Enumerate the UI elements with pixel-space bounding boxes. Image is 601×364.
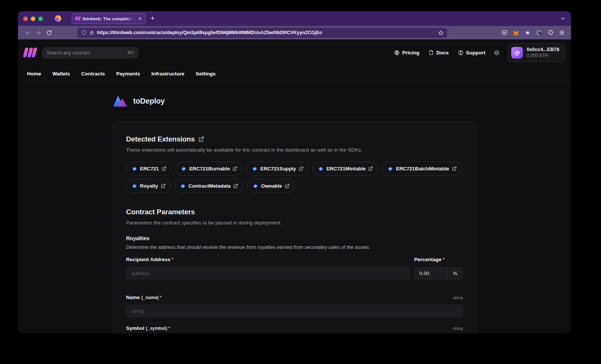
extension-badge[interactable]: Ownable [247,179,295,193]
extension-badges: ERC721 ERC721Burnable [126,162,463,193]
app-header: ⌘K Pricing Docs [18,39,571,66]
globe-icon [394,50,400,56]
pricing-link[interactable]: Pricing [394,50,420,56]
percentage-label: Percentage* [414,257,445,262]
royalties-label: Royalties [126,235,463,241]
external-link-icon[interactable] [368,166,373,171]
contract-mountain-icon [113,95,127,107]
parameters-description: Parameters the contract specifies to be … [126,220,463,226]
name-field-type: string [453,295,463,300]
extensions-puzzle-icon[interactable] [548,30,554,36]
metamask-icon[interactable] [513,30,519,36]
maximize-window-button[interactable] [38,17,43,21]
page-content: ⌘K Pricing Docs [18,39,571,333]
search-input[interactable] [42,47,138,58]
page-title: toDeploy [133,97,165,105]
tab-title: thirdweb: The complete web3 d [83,17,136,21]
external-link-icon[interactable] [198,136,204,142]
docs-link[interactable]: Docs [429,50,449,56]
tab-close-icon[interactable] [138,17,142,21]
minimize-window-button[interactable] [31,17,35,21]
main-nav: HomeWalletsContractsPaymentsInfrastructu… [18,66,571,82]
new-tab-button[interactable]: + [151,15,155,23]
external-link-icon[interactable] [233,166,237,171]
document-icon [429,50,434,55]
parameters-heading: Contract Parameters [126,208,463,216]
external-link-icon[interactable] [299,166,304,171]
window-controls [23,17,43,21]
nav-item[interactable]: Infrastructure [151,71,184,77]
symbol-field-type: string [453,326,463,331]
phantom-icon[interactable] [524,30,531,36]
extension-badge[interactable]: ContractMetadata [175,179,243,193]
search-shortcut: ⌘K [127,50,134,55]
percent-suffix: % [447,268,463,279]
verified-diamond-icon [181,166,187,172]
royalties-description: Determine the address that should receiv… [126,244,463,250]
nav-item[interactable]: Contracts [81,71,105,77]
nav-item[interactable]: Wallets [53,71,70,77]
verified-diamond-icon [252,183,258,189]
extension-badge[interactable]: ERC721Burnable [175,162,243,176]
external-link-icon[interactable] [233,184,238,188]
browser-window: thirdweb: The complete web3 d + h [18,11,571,333]
thirdweb-logo[interactable] [24,48,36,57]
shield-icon[interactable] [81,30,86,35]
nav-item[interactable]: Settings [196,71,216,77]
theme-toggle-sun-icon[interactable] [494,50,500,56]
bookmark-star-icon[interactable] [438,30,444,36]
extensions-heading: Detected Extensions [126,135,463,143]
verified-diamond-icon [318,166,324,172]
extension-badge[interactable]: ERC721Mintable [313,162,378,176]
verified-diamond-icon [131,183,137,189]
external-link-icon[interactable] [161,184,166,188]
external-link-icon[interactable] [162,166,166,171]
symbol-field-label: Symbol(_symbol)* [126,325,171,331]
name-input[interactable] [126,305,463,317]
external-link-icon[interactable] [285,184,290,188]
extension-badge[interactable]: ERC721BatchMintable [382,162,462,176]
browser-toolbar: https://thirdweb.com/contracts/deploy/Qm… [18,26,571,39]
verified-diamond-icon [252,166,258,172]
verified-diamond-icon [387,166,393,172]
external-link-icon[interactable] [452,166,457,171]
deploy-card: Detected Extensions These extensions wil… [113,122,476,333]
extension-badge[interactable]: ERC721 [126,162,172,176]
forward-icon[interactable] [33,27,44,38]
contract-search: ⌘K [42,47,138,58]
reload-icon[interactable] [44,27,54,38]
question-circle-icon [458,50,464,56]
url-text: https://thirdweb.com/contracts/deploy/Qm… [97,30,322,35]
nav-item[interactable]: Home [27,71,41,77]
nav-item[interactable]: Payments [116,71,140,77]
menu-hamburger-icon[interactable] [559,30,565,36]
lock-icon[interactable] [89,30,94,35]
recipient-address-label: Recipient Address* [126,257,174,262]
recipient-address-input[interactable] [126,267,409,280]
wallet-balance: 0.000 ETH [527,53,559,59]
name-field-label: Name(_name)* [126,295,162,300]
tab-list-chevron-icon[interactable] [560,16,566,21]
browser-tab[interactable]: thirdweb: The complete web3 d [72,13,145,24]
verified-diamond-icon [180,183,186,189]
extension-badge[interactable]: Royalty [126,179,171,193]
extensions-description: These extensions will automatically be a… [126,147,463,153]
support-link[interactable]: Support [458,50,486,56]
close-window-button[interactable] [23,17,28,21]
percentage-input[interactable] [415,268,447,279]
title-divider [113,117,476,117]
wallet-address: 0x0cc4...EB78 [527,47,559,53]
privacy-extension-icon[interactable] [536,30,542,36]
wallet-chip[interactable]: @ 0x0cc4...EB78 0.000 ETH [507,43,565,62]
thirdweb-favicon [75,17,80,21]
wallet-avatar: @ [511,47,523,59]
verified-diamond-icon [131,166,137,172]
firefox-icon [55,15,61,22]
pocket-icon[interactable] [501,30,507,36]
extension-badge[interactable]: ERC721Supply [246,162,309,176]
back-icon[interactable] [23,27,33,38]
tab-strip: thirdweb: The complete web3 d + [18,11,571,26]
url-bar[interactable]: https://thirdweb.com/contracts/deploy/Qm… [77,28,447,38]
